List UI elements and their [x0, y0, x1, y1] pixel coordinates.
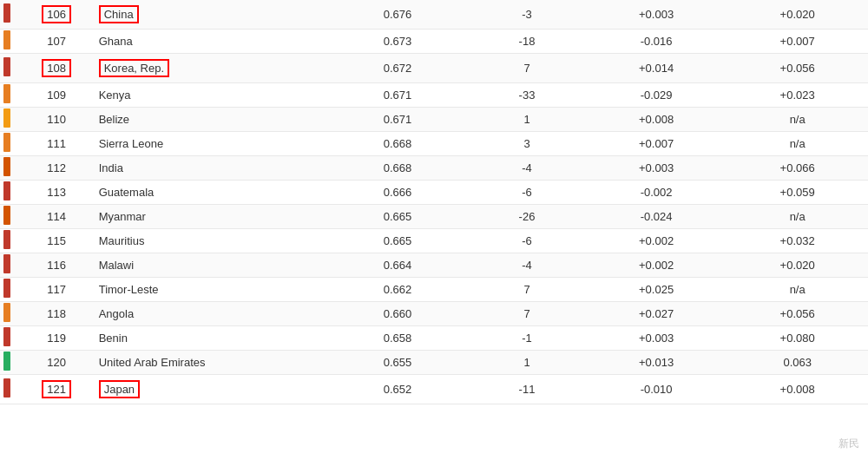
rankings-table: 106China0.676-3+0.003+0.020107Ghana0.673… [0, 0, 868, 404]
row-rank: 121 [21, 375, 91, 404]
row-rank: 109 [21, 83, 91, 108]
table-row: 118Angola0.6607+0.027+0.056 [0, 302, 868, 326]
table-row: 120United Arab Emirates0.6551+0.0130.063 [0, 351, 868, 375]
row-change: -18 [468, 30, 586, 54]
table-row: 117Timor-Leste0.6627+0.025n/a [0, 278, 868, 302]
row-diff2: +0.023 [727, 83, 868, 108]
row-country: Sierra Leone [92, 132, 327, 156]
row-rank: 112 [21, 156, 91, 181]
row-country: India [92, 156, 327, 181]
row-diff1: +0.007 [586, 132, 727, 156]
row-diff2: n/a [727, 205, 868, 229]
row-indicator [0, 108, 21, 132]
row-score: 0.665 [327, 205, 469, 229]
table-row: 116Malawi0.664-4+0.002+0.020 [0, 253, 868, 278]
row-change: 1 [468, 351, 586, 375]
row-diff1: +0.003 [586, 0, 727, 30]
row-score: 0.652 [327, 375, 469, 404]
row-diff1: -0.010 [586, 375, 727, 404]
row-diff1: -0.029 [586, 83, 727, 108]
row-diff2: +0.008 [727, 375, 868, 404]
row-country: Timor-Leste [92, 278, 327, 302]
row-indicator [0, 253, 21, 278]
row-rank: 117 [21, 278, 91, 302]
row-diff1: +0.002 [586, 253, 727, 278]
row-country: Kenya [92, 83, 327, 108]
row-score: 0.665 [327, 229, 469, 253]
row-score: 0.673 [327, 30, 469, 54]
row-change: 7 [468, 54, 586, 83]
row-score: 0.672 [327, 54, 469, 83]
row-indicator [0, 302, 21, 326]
row-score: 0.658 [327, 326, 469, 351]
row-diff1: +0.003 [586, 326, 727, 351]
table-row: 121Japan0.652-11-0.010+0.008 [0, 375, 868, 404]
row-score: 0.660 [327, 302, 469, 326]
row-indicator [0, 181, 21, 205]
row-diff2: +0.059 [727, 181, 868, 205]
row-change: -3 [468, 0, 586, 30]
row-diff1: -0.024 [586, 205, 727, 229]
row-change: -6 [468, 181, 586, 205]
table-row: 110Belize0.6711+0.008n/a [0, 108, 868, 132]
row-indicator [0, 326, 21, 351]
table-row: 112India0.668-4+0.003+0.066 [0, 156, 868, 181]
row-country: Myanmar [92, 205, 327, 229]
row-rank: 120 [21, 351, 91, 375]
row-change: 7 [468, 278, 586, 302]
row-indicator [0, 278, 21, 302]
row-diff2: +0.032 [727, 229, 868, 253]
row-rank: 107 [21, 30, 91, 54]
row-score: 0.676 [327, 0, 469, 30]
row-indicator [0, 54, 21, 83]
row-diff1: +0.003 [586, 156, 727, 181]
row-rank: 119 [21, 326, 91, 351]
row-indicator [0, 0, 21, 30]
row-diff1: +0.013 [586, 351, 727, 375]
table-row: 108Korea, Rep.0.6727+0.014+0.056 [0, 54, 868, 83]
row-change: -11 [468, 375, 586, 404]
row-diff1: +0.002 [586, 229, 727, 253]
row-diff2: +0.080 [727, 326, 868, 351]
row-score: 0.668 [327, 156, 469, 181]
row-diff2: n/a [727, 132, 868, 156]
row-diff1: -0.002 [586, 181, 727, 205]
row-diff1: +0.025 [586, 278, 727, 302]
row-score: 0.666 [327, 181, 469, 205]
row-rank: 113 [21, 181, 91, 205]
row-indicator [0, 351, 21, 375]
row-diff2: +0.007 [727, 30, 868, 54]
row-score: 0.668 [327, 132, 469, 156]
row-country: Benin [92, 326, 327, 351]
row-diff1: +0.014 [586, 54, 727, 83]
row-change: -4 [468, 253, 586, 278]
row-diff1: +0.008 [586, 108, 727, 132]
row-change: -4 [468, 156, 586, 181]
watermark: 新民 [838, 437, 859, 451]
row-country: Angola [92, 302, 327, 326]
row-change: 1 [468, 108, 586, 132]
row-diff2: +0.056 [727, 302, 868, 326]
row-rank: 118 [21, 302, 91, 326]
row-country: Mauritius [92, 229, 327, 253]
row-diff2: +0.056 [727, 54, 868, 83]
table-row: 107Ghana0.673-18-0.016+0.007 [0, 30, 868, 54]
table-row: 113Guatemala0.666-6-0.002+0.059 [0, 181, 868, 205]
row-indicator [0, 375, 21, 404]
row-country: Ghana [92, 30, 327, 54]
row-diff2: +0.066 [727, 156, 868, 181]
row-diff2: n/a [727, 278, 868, 302]
table-row: 119Benin0.658-1+0.003+0.080 [0, 326, 868, 351]
row-diff1: +0.027 [586, 302, 727, 326]
table-row: 109Kenya0.671-33-0.029+0.023 [0, 83, 868, 108]
row-score: 0.655 [327, 351, 469, 375]
row-change: -33 [468, 83, 586, 108]
row-country: Belize [92, 108, 327, 132]
row-indicator [0, 156, 21, 181]
row-diff2: +0.020 [727, 0, 868, 30]
row-rank: 115 [21, 229, 91, 253]
row-country: United Arab Emirates [92, 351, 327, 375]
table-row: 115Mauritius0.665-6+0.002+0.032 [0, 229, 868, 253]
row-rank: 116 [21, 253, 91, 278]
row-change: 3 [468, 132, 586, 156]
